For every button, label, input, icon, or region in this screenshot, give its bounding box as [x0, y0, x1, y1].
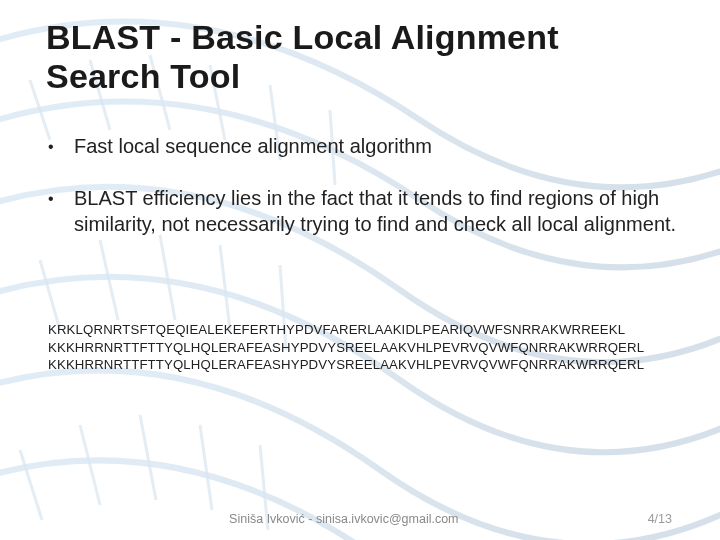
- bullet-text: BLAST efficiency lies in the fact that i…: [74, 186, 680, 237]
- bullet-icon: •: [46, 186, 74, 212]
- slide-title: BLAST - Basic Local Alignment Search Too…: [46, 18, 680, 96]
- list-item: • Fast local sequence alignment algorith…: [46, 134, 680, 160]
- bullet-icon: •: [46, 134, 74, 160]
- sequence-block: KRKLQRNRTSFTQEQIEALEKEFERTHYPDVFARERLAAK…: [46, 321, 680, 373]
- list-item: • BLAST efficiency lies in the fact that…: [46, 186, 680, 237]
- footer-author: Siniša Ivković - sinisa.ivkovic@gmail.co…: [0, 512, 648, 526]
- bullet-list: • Fast local sequence alignment algorith…: [46, 134, 680, 237]
- sequence-line: KKKHRRNRTTFTTYQLHQLERAFEASHYPDVYSREELAAK…: [48, 339, 680, 356]
- page-number: 4/13: [648, 512, 672, 526]
- footer: Siniša Ivković - sinisa.ivkovic@gmail.co…: [0, 512, 720, 526]
- sequence-line: KKKHRRNRTTFTTYQLHQLERAFEASHYPDVYSREELAAK…: [48, 356, 680, 373]
- slide: BLAST - Basic Local Alignment Search Too…: [0, 0, 720, 540]
- sequence-line: KRKLQRNRTSFTQEQIEALEKEFERTHYPDVFARERLAAK…: [48, 321, 680, 338]
- bullet-text: Fast local sequence alignment algorithm: [74, 134, 680, 160]
